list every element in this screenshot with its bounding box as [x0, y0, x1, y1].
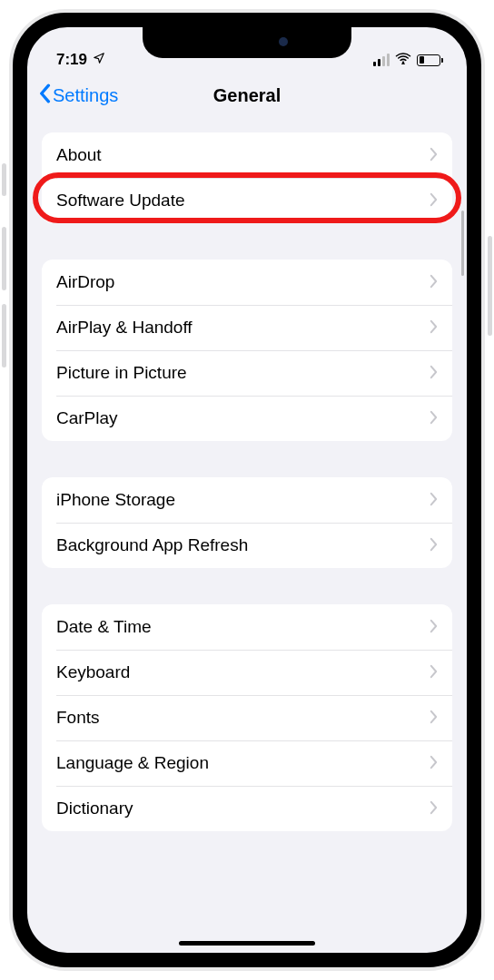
- status-left: 7:19: [56, 51, 105, 69]
- chevron-right-icon: [430, 189, 438, 212]
- row-keyboard[interactable]: Keyboard: [42, 650, 452, 695]
- row-label: Dictionary: [56, 799, 430, 818]
- chevron-left-icon: [38, 83, 51, 107]
- front-camera-icon: [279, 37, 288, 46]
- volume-up-button: [2, 227, 6, 290]
- row-label: Picture in Picture: [56, 363, 430, 383]
- row-label: Fonts: [56, 708, 430, 728]
- row-label: AirDrop: [56, 272, 430, 292]
- chevron-right-icon: [430, 534, 438, 557]
- mute-switch: [2, 163, 6, 196]
- row-label: Language & Region: [56, 753, 430, 773]
- row-iphone-storage[interactable]: iPhone Storage: [42, 477, 452, 523]
- volume-down-button: [2, 304, 6, 368]
- row-about[interactable]: About: [42, 132, 452, 178]
- chevron-right-icon: [430, 361, 438, 385]
- location-arrow-icon: [93, 51, 105, 69]
- row-label: Background App Refresh: [56, 535, 430, 555]
- row-label: Software Update: [56, 191, 430, 211]
- row-carplay[interactable]: CarPlay: [42, 396, 452, 441]
- back-label: Settings: [53, 85, 118, 106]
- svg-point-0: [402, 62, 405, 64]
- chevron-right-icon: [430, 661, 438, 684]
- chevron-right-icon: [430, 316, 438, 339]
- settings-group-4: Date & Time Keyboard Fonts Language & Re…: [42, 604, 452, 831]
- row-date-time[interactable]: Date & Time: [42, 604, 452, 650]
- settings-group-3: iPhone Storage Background App Refresh: [42, 477, 452, 568]
- row-software-update[interactable]: Software Update: [42, 178, 452, 223]
- row-label: CarPlay: [56, 408, 430, 428]
- row-airdrop[interactable]: AirDrop: [42, 260, 452, 305]
- nav-bar: Settings General: [27, 71, 467, 120]
- chevron-right-icon: [430, 407, 438, 430]
- chevron-right-icon: [430, 797, 438, 820]
- chevron-right-icon: [430, 143, 438, 167]
- chevron-right-icon: [430, 615, 438, 639]
- row-airplay-handoff[interactable]: AirPlay & Handoff: [42, 305, 452, 350]
- row-label: About: [56, 145, 430, 165]
- home-indicator[interactable]: [179, 941, 315, 946]
- cellular-signal-icon: [373, 54, 390, 66]
- row-background-app-refresh[interactable]: Background App Refresh: [42, 523, 452, 568]
- chevron-right-icon: [430, 706, 438, 730]
- row-fonts[interactable]: Fonts: [42, 695, 452, 740]
- chevron-right-icon: [430, 488, 438, 512]
- settings-group-1: About Software Update: [42, 132, 452, 223]
- status-right: [373, 51, 444, 69]
- notch: [143, 25, 351, 58]
- content-scroll[interactable]: About Software Update: [27, 120, 467, 953]
- screen: 7:19: [27, 27, 467, 953]
- back-button[interactable]: Settings: [38, 83, 118, 107]
- wifi-icon: [395, 51, 411, 69]
- phone-bezel: 7:19: [13, 13, 481, 967]
- status-time: 7:19: [56, 51, 87, 69]
- settings-group-2: AirDrop AirPlay & Handoff Picture in Pic…: [42, 260, 452, 441]
- chevron-right-icon: [430, 270, 438, 294]
- row-label: iPhone Storage: [56, 490, 430, 510]
- row-label: Date & Time: [56, 617, 430, 637]
- row-label: AirPlay & Handoff: [56, 318, 430, 338]
- row-language-region[interactable]: Language & Region: [42, 740, 452, 786]
- chevron-right-icon: [430, 751, 438, 775]
- battery-icon: [417, 54, 443, 66]
- row-label: Keyboard: [56, 662, 430, 682]
- page-title: General: [213, 85, 281, 106]
- row-picture-in-picture[interactable]: Picture in Picture: [42, 350, 452, 396]
- phone-frame: 7:19: [0, 0, 494, 980]
- row-dictionary[interactable]: Dictionary: [42, 786, 452, 831]
- scroll-indicator: [461, 211, 464, 276]
- power-button: [488, 236, 492, 336]
